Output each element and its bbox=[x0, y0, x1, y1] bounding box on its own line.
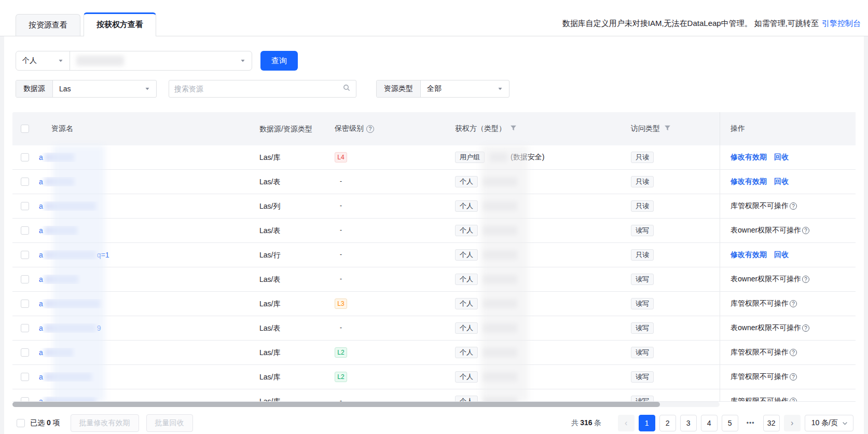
security-level-badge: L2 bbox=[335, 347, 347, 358]
resource-name-link[interactable]: a bbox=[39, 226, 78, 235]
tab-by-grantee[interactable]: 按获权方查看 bbox=[84, 12, 156, 36]
question-circle-icon[interactable]: ? bbox=[802, 227, 809, 234]
action-cell: 修改有效期回收 bbox=[720, 145, 856, 169]
row-checkbox[interactable] bbox=[21, 202, 29, 210]
next-page-button[interactable]: › bbox=[784, 415, 801, 431]
caret-down-icon bbox=[58, 57, 63, 65]
grantee-type-select[interactable]: 个人 bbox=[16, 51, 70, 70]
access-type-tag: 只读 bbox=[631, 200, 654, 212]
modify-expiry-link[interactable]: 修改有效期 bbox=[731, 250, 767, 260]
security-level-badge: - bbox=[335, 396, 347, 402]
funnel-icon[interactable] bbox=[664, 125, 671, 133]
resource-name-link[interactable]: a bbox=[39, 348, 74, 357]
page-button-5[interactable]: 5 bbox=[722, 415, 738, 431]
magnifier-icon[interactable] bbox=[342, 84, 351, 94]
engine-console-link[interactable]: 引擎控制台 bbox=[822, 19, 861, 28]
resource-name-link[interactable]: aq=1 bbox=[39, 250, 109, 260]
resource-name-link[interactable]: a bbox=[39, 201, 97, 211]
bulk-modify-expiry-button[interactable]: 批量修改有效期 bbox=[71, 414, 139, 432]
question-circle-icon[interactable]: ? bbox=[790, 202, 797, 210]
question-circle-icon[interactable]: ? bbox=[790, 398, 797, 402]
datasource-value: Las bbox=[59, 85, 71, 93]
page-button-2[interactable]: 2 bbox=[659, 415, 676, 431]
page-button-3[interactable]: 3 bbox=[680, 415, 697, 431]
resource-name-link[interactable]: a bbox=[39, 275, 79, 284]
redacted-grantee-name bbox=[483, 348, 517, 357]
table-row: a Las/库 L3 个人 读写 库管权限不可操作? bbox=[12, 292, 856, 316]
bulk-revoke-button[interactable]: 批量回收 bbox=[146, 414, 193, 432]
horizontal-scrollbar-thumb[interactable] bbox=[12, 402, 660, 407]
row-checkbox[interactable] bbox=[21, 251, 29, 259]
resource-name-link[interactable]: a bbox=[39, 177, 75, 186]
table-header-row: 资源名 数据源/资源类型 保密级别 ? 获权方（类型） 访问类型 操作 bbox=[12, 112, 856, 145]
page-button-1[interactable]: 1 bbox=[639, 415, 655, 431]
resource-name-link[interactable]: a bbox=[39, 372, 93, 382]
redacted-grantee-value bbox=[76, 56, 124, 66]
action-cell: 库管权限不可操作? bbox=[720, 365, 856, 389]
page-size-value: 10 条/页 bbox=[811, 418, 838, 428]
revoke-link[interactable]: 回收 bbox=[774, 177, 789, 186]
question-circle-icon[interactable]: ? bbox=[790, 300, 797, 307]
question-circle-icon[interactable]: ? bbox=[790, 349, 797, 356]
question-circle-icon[interactable]: ? bbox=[790, 373, 797, 381]
grantee-value-select[interactable] bbox=[70, 51, 252, 70]
row-checkbox[interactable] bbox=[21, 226, 29, 235]
prev-page-button[interactable]: ‹ bbox=[618, 415, 635, 431]
row-checkbox[interactable] bbox=[21, 348, 29, 357]
row-checkbox[interactable] bbox=[21, 300, 29, 308]
datasource-select[interactable]: Las bbox=[53, 80, 156, 97]
funnel-icon[interactable] bbox=[510, 125, 517, 133]
resource-name-link[interactable]: a bbox=[39, 153, 75, 162]
table-row: a Las/表 - 个人 读写 表owner权限不可操作? bbox=[12, 267, 856, 292]
redacted-resource-name bbox=[44, 153, 74, 162]
grantee-type-tag: 个人 bbox=[455, 200, 478, 212]
row-checkbox[interactable] bbox=[21, 324, 29, 332]
grantee-type-value: 个人 bbox=[22, 56, 37, 65]
page-ellipsis[interactable]: ••• bbox=[742, 415, 759, 431]
query-button[interactable]: 查询 bbox=[260, 51, 298, 71]
question-circle-icon[interactable]: ? bbox=[802, 324, 809, 332]
row-checkbox[interactable] bbox=[21, 373, 29, 381]
page-size-select[interactable]: 10 条/页 bbox=[805, 415, 853, 431]
resource-search-box bbox=[169, 80, 356, 98]
tab-by-resource[interactable]: 按资源查看 bbox=[16, 14, 80, 36]
redacted-resource-name bbox=[44, 397, 96, 402]
table-row: a Las/表 - 个人 只读 修改有效期回收 bbox=[12, 170, 856, 194]
resource-name-link[interactable]: a bbox=[39, 299, 101, 308]
horizontal-scrollbar-track[interactable] bbox=[12, 402, 720, 407]
footer-select-checkbox[interactable] bbox=[17, 419, 25, 427]
datasource-select-group: 数据源 Las bbox=[16, 80, 157, 98]
modify-expiry-link[interactable]: 修改有效期 bbox=[731, 177, 767, 186]
action-cell: 表owner权限不可操作? bbox=[720, 219, 856, 242]
table-row: a Las/库 - 个人 读写 库管权限不可操作? bbox=[12, 389, 856, 402]
revoke-link[interactable]: 回收 bbox=[774, 250, 789, 260]
row-checkbox[interactable] bbox=[21, 153, 29, 161]
row-checkbox[interactable] bbox=[21, 275, 29, 283]
table-row: a9 Las/表 - 个人 读写 表owner权限不可操作? bbox=[12, 316, 856, 341]
access-type-tag: 只读 bbox=[631, 152, 654, 163]
modify-expiry-link[interactable]: 修改有效期 bbox=[731, 153, 767, 162]
resource-type-cell: Las/表 bbox=[259, 323, 335, 333]
revoke-link[interactable]: 回收 bbox=[774, 153, 789, 162]
question-circle-icon[interactable]: ? bbox=[366, 125, 374, 133]
question-circle-icon[interactable]: ? bbox=[802, 276, 809, 283]
resource-name-link[interactable]: a bbox=[39, 397, 97, 402]
row-checkbox[interactable] bbox=[21, 397, 29, 402]
resource-type-cell: Las/库 bbox=[259, 299, 335, 309]
page-button-32[interactable]: 32 bbox=[763, 415, 780, 431]
table-row: a Las/列 - 个人 只读 库管权限不可操作? bbox=[12, 194, 856, 219]
action-cell: 库管权限不可操作? bbox=[720, 341, 856, 364]
resource-name-link[interactable]: a9 bbox=[39, 323, 101, 333]
page-button-4[interactable]: 4 bbox=[701, 415, 718, 431]
grantee-type-tag: 个人 bbox=[455, 298, 478, 309]
resource-type-select[interactable]: 全部 bbox=[421, 80, 509, 97]
access-type-tag: 读写 bbox=[631, 298, 654, 309]
redacted-resource-name bbox=[44, 348, 73, 357]
row-checkbox[interactable] bbox=[21, 178, 29, 186]
grantee-suffix: (数据安全) bbox=[511, 153, 544, 162]
resource-type-cell: Las/库 bbox=[259, 152, 335, 162]
action-cell: 表owner权限不可操作? bbox=[720, 316, 856, 340]
resource-search-input[interactable] bbox=[174, 85, 342, 93]
select-all-checkbox[interactable] bbox=[21, 125, 29, 133]
partial-row-clip: a Las/库 - 个人 读写 库管权限不可操作? bbox=[12, 389, 856, 402]
